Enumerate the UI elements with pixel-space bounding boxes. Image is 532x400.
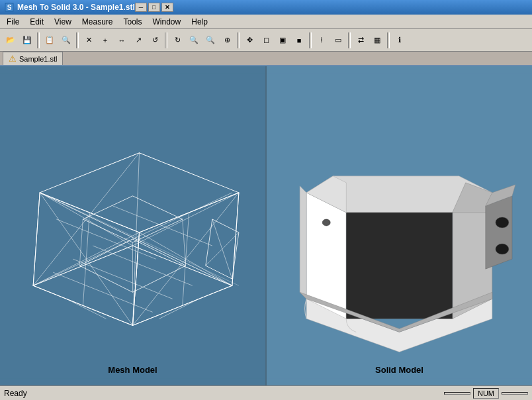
svg-text:S: S bbox=[7, 4, 12, 11]
app-icon: S bbox=[4, 2, 15, 13]
save-button[interactable]: 💾 bbox=[19, 32, 35, 48]
menu-bar: FileEditViewMeasureToolsWindowHelp bbox=[0, 15, 532, 29]
window-controls: ─ □ ✕ bbox=[135, 3, 173, 12]
solid-svg bbox=[267, 66, 532, 385]
menu-item-edit[interactable]: Edit bbox=[24, 16, 49, 28]
svg-point-49 bbox=[496, 217, 509, 228]
status-empty-box2 bbox=[502, 392, 528, 395]
solid-label: Solid Model bbox=[375, 365, 423, 375]
wireframe-panel: Mesh Model bbox=[0, 66, 267, 385]
zoom-all-button[interactable]: ⊕ bbox=[219, 32, 235, 48]
toolbar-separator-4 bbox=[76, 32, 79, 48]
svg-point-50 bbox=[496, 244, 509, 254]
toolbar-separator-2 bbox=[37, 32, 40, 48]
menu-item-window[interactable]: Window bbox=[148, 16, 187, 28]
status-right: NUM bbox=[444, 388, 528, 399]
toolbar: 📂💾📋🔍✕+↔↗↺↻🔍🔍⊕✥◻▣■⁞▭⇄▦ℹ bbox=[0, 29, 532, 52]
toolbar-separator-13 bbox=[237, 32, 240, 48]
menu-item-file[interactable]: File bbox=[1, 16, 24, 28]
status-num-label: NUM bbox=[473, 388, 499, 399]
node-insert-button[interactable]: + bbox=[97, 32, 113, 48]
toolbar-separator-9 bbox=[165, 32, 167, 48]
zoom-in-button[interactable]: 🔍 bbox=[186, 32, 202, 48]
tab-bar: ⚠ Sample1.stl bbox=[0, 52, 532, 66]
file-tab[interactable]: ⚠ Sample1.stl bbox=[3, 52, 63, 65]
color-yellow-button[interactable]: ■ bbox=[291, 32, 307, 48]
select-button[interactable]: ↗ bbox=[130, 32, 146, 48]
svg-marker-44 bbox=[346, 213, 452, 319]
zoom-window-button[interactable]: 🔍 bbox=[58, 32, 74, 48]
zoom-out-button[interactable]: 🔍 bbox=[202, 32, 218, 48]
svg-marker-52 bbox=[300, 186, 306, 299]
title-bar: S Mesh To Solid 3.0 - Sample1.stl ─ □ ✕ bbox=[0, 0, 532, 15]
main-content: Mesh Model bbox=[0, 66, 532, 385]
info-button[interactable]: ℹ bbox=[392, 32, 408, 48]
flip-button[interactable]: ⇄ bbox=[353, 32, 369, 48]
title-text: Mesh To Solid 3.0 - Sample1.stl bbox=[17, 3, 135, 12]
tab-warning-icon: ⚠ bbox=[9, 54, 17, 64]
svg-marker-47 bbox=[486, 196, 512, 269]
box2-button[interactable]: ▣ bbox=[275, 32, 290, 48]
redo-button[interactable]: ↻ bbox=[169, 32, 185, 48]
open-button[interactable]: 📂 bbox=[3, 32, 19, 48]
move-button[interactable]: ↔ bbox=[114, 32, 130, 48]
menu-item-help[interactable]: Help bbox=[186, 16, 213, 28]
undo-history-button[interactable]: 📋 bbox=[42, 32, 58, 48]
dots-grid-button[interactable]: ⁞ bbox=[314, 32, 330, 48]
tab-filename: Sample1.stl bbox=[19, 55, 57, 63]
toolbar-separator-19 bbox=[348, 32, 351, 48]
toolbar-separator-21 bbox=[387, 32, 390, 48]
status-empty-box1 bbox=[444, 392, 470, 395]
render-button[interactable]: ▦ bbox=[369, 32, 385, 48]
maximize-button[interactable]: □ bbox=[148, 3, 160, 12]
menu-item-measure[interactable]: Measure bbox=[77, 16, 118, 28]
menu-item-view[interactable]: View bbox=[49, 16, 77, 28]
delete-button[interactable]: ✕ bbox=[81, 32, 97, 48]
solid-panel: Solid Model bbox=[267, 66, 532, 385]
close-button[interactable]: ✕ bbox=[161, 3, 173, 12]
pan-button[interactable]: ✥ bbox=[242, 32, 257, 48]
box1-button[interactable]: ◻ bbox=[258, 32, 274, 48]
toolbar-separator-17 bbox=[309, 32, 312, 48]
minimize-button[interactable]: ─ bbox=[135, 3, 147, 12]
status-text: Ready bbox=[4, 389, 27, 398]
wireframe-svg bbox=[0, 66, 265, 385]
undo-button[interactable]: ↺ bbox=[147, 32, 163, 48]
menu-item-tools[interactable]: Tools bbox=[118, 16, 148, 28]
frame-button[interactable]: ▭ bbox=[330, 32, 346, 48]
svg-point-51 bbox=[322, 219, 330, 226]
wireframe-label: Mesh Model bbox=[108, 365, 157, 375]
status-bar: Ready NUM bbox=[0, 385, 532, 400]
